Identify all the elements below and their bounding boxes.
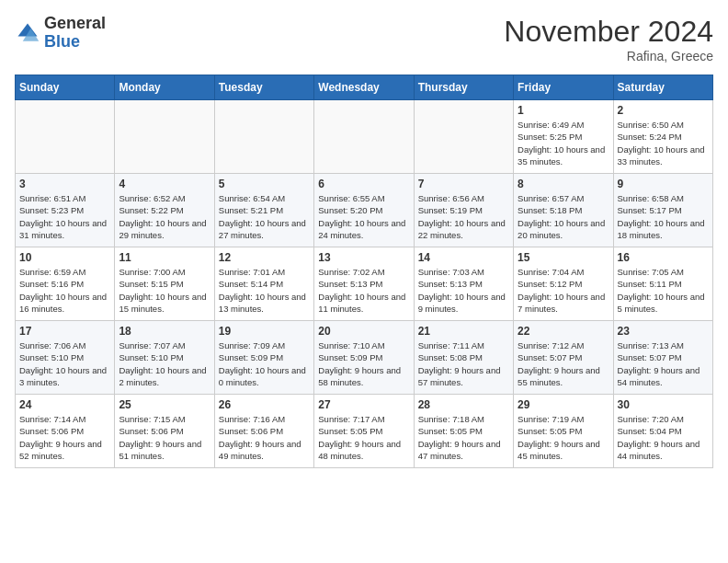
calendar-body: 1Sunrise: 6:49 AMSunset: 5:25 PMDaylight… (16, 100, 713, 468)
day-number: 16 (618, 251, 709, 264)
calendar-cell: 13Sunrise: 7:02 AMSunset: 5:13 PMDayligh… (314, 247, 414, 321)
day-number: 6 (318, 178, 409, 190)
day-number: 24 (19, 398, 110, 411)
header-day: Thursday (414, 75, 513, 100)
calendar-cell: 30Sunrise: 7:20 AMSunset: 5:04 PMDayligh… (613, 395, 712, 468)
day-info: Sunrise: 6:49 AMSunset: 5:25 PMDaylight:… (518, 119, 609, 167)
day-info: Sunrise: 6:50 AMSunset: 5:24 PMDaylight:… (618, 119, 709, 167)
day-number: 13 (318, 251, 409, 264)
day-number: 21 (418, 325, 509, 338)
calendar-cell (314, 100, 414, 174)
calendar-cell: 14Sunrise: 7:03 AMSunset: 5:13 PMDayligh… (414, 247, 513, 321)
day-number: 2 (618, 104, 709, 117)
page-header: General Blue November 2024 Rafina, Greec… (15, 15, 713, 63)
logo: General Blue (15, 15, 106, 52)
calendar-cell: 20Sunrise: 7:10 AMSunset: 5:09 PMDayligh… (314, 321, 414, 395)
day-number: 25 (119, 398, 210, 411)
day-number: 12 (219, 251, 310, 264)
day-info: Sunrise: 7:12 AMSunset: 5:07 PMDaylight:… (518, 339, 609, 388)
day-info: Sunrise: 7:09 AMSunset: 5:09 PMDaylight:… (219, 339, 310, 388)
calendar-cell: 3Sunrise: 6:51 AMSunset: 5:23 PMDaylight… (16, 174, 115, 247)
day-number: 15 (518, 251, 609, 264)
day-info: Sunrise: 7:02 AMSunset: 5:13 PMDaylight:… (318, 266, 409, 315)
calendar-cell: 10Sunrise: 6:59 AMSunset: 5:16 PMDayligh… (16, 247, 115, 321)
day-number: 9 (618, 178, 709, 190)
calendar-cell: 18Sunrise: 7:07 AMSunset: 5:10 PMDayligh… (115, 321, 214, 395)
calendar-table: SundayMondayTuesdayWednesdayThursdayFrid… (15, 75, 713, 468)
header-day: Friday (514, 75, 613, 100)
day-number: 27 (318, 398, 409, 411)
day-info: Sunrise: 7:15 AMSunset: 5:06 PMDaylight:… (119, 413, 210, 462)
day-number: 18 (119, 325, 210, 338)
day-number: 1 (518, 104, 609, 117)
day-number: 4 (119, 178, 210, 190)
day-info: Sunrise: 7:05 AMSunset: 5:11 PMDaylight:… (618, 266, 709, 315)
calendar-cell (115, 100, 214, 174)
calendar-cell: 6Sunrise: 6:55 AMSunset: 5:20 PMDaylight… (314, 174, 414, 247)
calendar-cell: 9Sunrise: 6:58 AMSunset: 5:17 PMDaylight… (613, 174, 712, 247)
calendar-cell: 11Sunrise: 7:00 AMSunset: 5:15 PMDayligh… (115, 247, 214, 321)
calendar-cell: 24Sunrise: 7:14 AMSunset: 5:06 PMDayligh… (16, 395, 115, 468)
day-number: 22 (518, 325, 609, 338)
day-number: 3 (19, 178, 110, 190)
calendar-week-row: 24Sunrise: 7:14 AMSunset: 5:06 PMDayligh… (16, 395, 713, 468)
calendar-cell: 16Sunrise: 7:05 AMSunset: 5:11 PMDayligh… (613, 247, 712, 321)
calendar-cell: 17Sunrise: 7:06 AMSunset: 5:10 PMDayligh… (16, 321, 115, 395)
calendar-cell: 1Sunrise: 6:49 AMSunset: 5:25 PMDaylight… (514, 100, 613, 174)
calendar-cell: 12Sunrise: 7:01 AMSunset: 5:14 PMDayligh… (214, 247, 313, 321)
day-number: 23 (618, 325, 709, 338)
calendar-cell (16, 100, 115, 174)
calendar-week-row: 3Sunrise: 6:51 AMSunset: 5:23 PMDaylight… (16, 174, 713, 247)
day-info: Sunrise: 7:01 AMSunset: 5:14 PMDaylight:… (219, 266, 310, 315)
day-info: Sunrise: 7:13 AMSunset: 5:07 PMDaylight:… (618, 339, 709, 388)
day-info: Sunrise: 7:11 AMSunset: 5:08 PMDaylight:… (418, 339, 509, 388)
day-info: Sunrise: 6:55 AMSunset: 5:20 PMDaylight:… (318, 192, 409, 241)
header-day: Wednesday (314, 75, 414, 100)
day-info: Sunrise: 7:04 AMSunset: 5:12 PMDaylight:… (518, 266, 609, 315)
header-day: Sunday (16, 75, 115, 100)
day-number: 14 (418, 251, 509, 264)
day-info: Sunrise: 6:54 AMSunset: 5:21 PMDaylight:… (219, 192, 310, 241)
calendar-cell (214, 100, 313, 174)
day-number: 29 (518, 398, 609, 411)
header-day: Monday (115, 75, 214, 100)
day-info: Sunrise: 7:00 AMSunset: 5:15 PMDaylight:… (119, 266, 210, 315)
calendar-cell: 25Sunrise: 7:15 AMSunset: 5:06 PMDayligh… (115, 395, 214, 468)
calendar-header: SundayMondayTuesdayWednesdayThursdayFrid… (16, 75, 713, 100)
day-info: Sunrise: 7:10 AMSunset: 5:09 PMDaylight:… (318, 339, 409, 388)
day-info: Sunrise: 6:51 AMSunset: 5:23 PMDaylight:… (19, 192, 110, 241)
calendar-week-row: 17Sunrise: 7:06 AMSunset: 5:10 PMDayligh… (16, 321, 713, 395)
day-info: Sunrise: 7:20 AMSunset: 5:04 PMDaylight:… (618, 413, 709, 462)
calendar-cell: 15Sunrise: 7:04 AMSunset: 5:12 PMDayligh… (514, 247, 613, 321)
header-day: Saturday (613, 75, 712, 100)
header-day: Tuesday (214, 75, 313, 100)
logo-blue: Blue (44, 32, 80, 51)
calendar-cell: 27Sunrise: 7:17 AMSunset: 5:05 PMDayligh… (314, 395, 414, 468)
logo-text: General Blue (44, 15, 106, 52)
calendar-cell: 21Sunrise: 7:11 AMSunset: 5:08 PMDayligh… (414, 321, 513, 395)
calendar-cell: 4Sunrise: 6:52 AMSunset: 5:22 PMDaylight… (115, 174, 214, 247)
day-number: 8 (518, 178, 609, 190)
day-number: 5 (219, 178, 310, 190)
day-info: Sunrise: 7:06 AMSunset: 5:10 PMDaylight:… (19, 339, 110, 388)
day-info: Sunrise: 6:56 AMSunset: 5:19 PMDaylight:… (418, 192, 509, 241)
calendar-cell: 28Sunrise: 7:18 AMSunset: 5:05 PMDayligh… (414, 395, 513, 468)
calendar-cell: 2Sunrise: 6:50 AMSunset: 5:24 PMDaylight… (613, 100, 712, 174)
day-info: Sunrise: 7:16 AMSunset: 5:06 PMDaylight:… (219, 413, 310, 462)
day-number: 28 (418, 398, 509, 411)
calendar-cell (414, 100, 513, 174)
day-info: Sunrise: 7:03 AMSunset: 5:13 PMDaylight:… (418, 266, 509, 315)
calendar-cell: 23Sunrise: 7:13 AMSunset: 5:07 PMDayligh… (613, 321, 712, 395)
calendar-cell: 26Sunrise: 7:16 AMSunset: 5:06 PMDayligh… (214, 395, 313, 468)
day-info: Sunrise: 6:58 AMSunset: 5:17 PMDaylight:… (618, 192, 709, 241)
calendar-cell: 29Sunrise: 7:19 AMSunset: 5:05 PMDayligh… (514, 395, 613, 468)
day-number: 30 (618, 398, 709, 411)
calendar-week-row: 1Sunrise: 6:49 AMSunset: 5:25 PMDaylight… (16, 100, 713, 174)
calendar-cell: 19Sunrise: 7:09 AMSunset: 5:09 PMDayligh… (214, 321, 313, 395)
day-info: Sunrise: 7:07 AMSunset: 5:10 PMDaylight:… (119, 339, 210, 388)
calendar-cell: 8Sunrise: 6:57 AMSunset: 5:18 PMDaylight… (514, 174, 613, 247)
day-number: 17 (19, 325, 110, 338)
calendar-week-row: 10Sunrise: 6:59 AMSunset: 5:16 PMDayligh… (16, 247, 713, 321)
logo-general: General (44, 14, 106, 32)
day-number: 7 (418, 178, 509, 190)
